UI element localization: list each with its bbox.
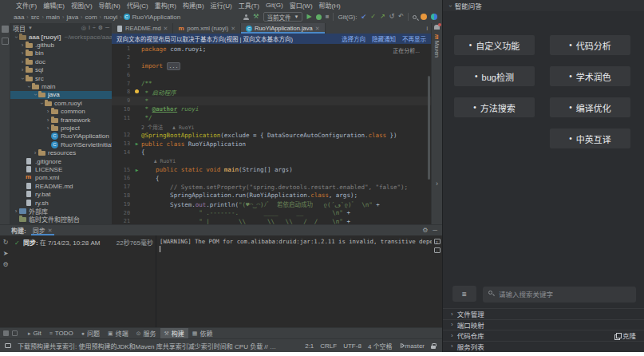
menu-item[interactable]: 文件(F) [13, 1, 40, 10]
menu-item[interactable]: 构建(B) [180, 1, 207, 10]
git-push-icon[interactable]: ↗ [380, 14, 385, 20]
run-button[interactable]: ▶ [306, 14, 311, 20]
tree-item-common[interactable]: ›common [10, 108, 112, 116]
menu-item[interactable]: 工具(T) [235, 1, 263, 10]
collapse-all-icon[interactable]: ÷ [93, 25, 96, 31]
tab-close-icon[interactable]: ✕ [315, 26, 320, 32]
assistant-header[interactable]: › 智能问答 [443, 0, 644, 11]
expand-all-icon[interactable]: I [89, 25, 90, 31]
breadcrumb-item[interactable]: ruoyi [103, 14, 118, 21]
sync-status-label[interactable]: 同步: [23, 239, 38, 247]
tree-item-java[interactable]: ›java [10, 91, 112, 99]
tab-close-icon[interactable]: ✕ [164, 26, 168, 32]
breadcrumb-item[interactable]: aaa [13, 14, 25, 21]
tab-ruoyiapplicationjava[interactable]: RuoYiApplication.java✕ [241, 23, 326, 34]
tree-item-resources[interactable]: ›resources [10, 148, 112, 156]
code-editor[interactable]: 正在分析... 1package com.ruoyi;23import ...6… [112, 44, 431, 224]
locate-file-icon[interactable]: ◎ [81, 25, 86, 31]
menu-item[interactable]: 窗口(W) [286, 1, 316, 10]
version-control-stripe-icon[interactable] [3, 330, 9, 336]
tool-window-构建[interactable]: ⚒构建 [160, 328, 188, 339]
tree-item-license[interactable]: LICENSE [10, 165, 112, 173]
assistant-button-2[interactable]: 代码分析 [550, 35, 630, 55]
stop-button[interactable]: ■ [326, 14, 330, 20]
tree-chevron-icon[interactable]: › [19, 58, 26, 65]
git-rollback-icon[interactable]: ↶ [398, 14, 404, 20]
tree-item-.github[interactable]: ›.github [10, 41, 112, 49]
tool-window-问题[interactable]: ●问题 [77, 328, 104, 339]
git-branch-widget[interactable]: master [399, 342, 425, 350]
tree-chevron-icon[interactable]: › [13, 208, 19, 215]
tree-item-com.ruoyi[interactable]: ›com.ruoyi [10, 99, 112, 107]
assistant-button-4[interactable]: 学术润色 [550, 66, 630, 86]
tree-item-aaaruoyi[interactable]: ›aaa [ruoyi]~/workspace/aaa [10, 33, 112, 41]
status-message[interactable]: 下载预构建共享索引: 使用预构建的JDK和Maven 库共享索引减少索引时间和 … [18, 342, 281, 350]
assistant-button-6[interactable]: 编译优化 [550, 97, 630, 117]
menu-item[interactable]: 代码(C) [124, 1, 152, 10]
info-icon[interactable]: i [426, 26, 428, 31]
expand-panel-chevron-icon[interactable]: › [436, 180, 438, 188]
breadcrumb-item[interactable]: main [45, 14, 61, 21]
section-端口映射[interactable]: ›端口映射 [443, 319, 644, 330]
run-line-icon[interactable]: ▶ [132, 141, 141, 146]
build-log[interactable]: [WARNING] The POM for com.alibaba:druid:… [156, 235, 432, 327]
tool-window-服务[interactable]: ⊙服务 [132, 328, 160, 339]
search-everywhere-icon[interactable] [413, 15, 417, 19]
plugin-orange-icon[interactable] [421, 14, 427, 20]
soft-wrap-icon[interactable]: ≡ [434, 239, 441, 244]
tree-chevron-icon[interactable]: › [45, 117, 51, 124]
tree-chevron-icon[interactable]: › [45, 108, 51, 115]
settings-icon[interactable]: ⚙ [98, 25, 103, 31]
tool-window-依赖[interactable]: ▦依赖 [188, 328, 217, 339]
tree-item-[interactable]: 临时文件和控制台 [10, 216, 112, 223]
plugin-assistant-icon[interactable] [431, 14, 437, 20]
section-代码仓库[interactable]: ›代码仓库克隆 [443, 330, 644, 341]
tree-item-project[interactable]: ›project [10, 124, 112, 132]
maven-tool-button[interactable]: mMaven [434, 34, 440, 57]
menu-item[interactable]: 重构(R) [152, 1, 180, 10]
menu-item[interactable]: 视图(V) [68, 1, 96, 10]
menu-item[interactable]: 编辑(E) [40, 1, 68, 10]
tree-chevron-icon[interactable]: › [45, 125, 51, 132]
hide-panel-icon[interactable]: ─ [105, 25, 109, 31]
caret-position[interactable]: 2:1 [305, 342, 314, 350]
tool-window-todo[interactable]: ≡TODO [45, 328, 77, 339]
run-configuration-select[interactable]: 当前文件▼ [263, 12, 303, 22]
tree-item-ry.sh[interactable]: ry.sh [10, 199, 112, 207]
tree-item-framework[interactable]: ›framework [10, 116, 112, 124]
section-文件管理[interactable]: ›文件管理 [443, 308, 644, 319]
tree-item-doc[interactable]: ›doc [10, 57, 112, 65]
banner-action-hide-notification[interactable]: 隐藏通知 [372, 34, 396, 43]
assistant-menu-button[interactable]: ≡ [452, 286, 476, 302]
tree-item-ruoyiapplication[interactable]: RuoYiApplication [10, 133, 112, 140]
tree-chevron-icon[interactable]: › [19, 66, 26, 73]
build-options-icon[interactable]: ⚙ [2, 261, 8, 268]
menu-item[interactable]: 导航(N) [96, 1, 124, 10]
tool-window-git[interactable]: ▸Git [24, 328, 45, 339]
clone-button[interactable]: 克隆 [614, 330, 636, 340]
menu-item[interactable]: 帮助(H) [316, 1, 344, 10]
section-服务列表[interactable]: ›服务列表 [443, 341, 644, 352]
indent-setting[interactable]: 4 个空格 [368, 342, 393, 350]
debug-button[interactable] [316, 14, 322, 20]
banner-action-dont-show[interactable]: 不再显示 [402, 34, 426, 43]
run-arrow-icon[interactable]: ▶ [136, 140, 139, 146]
assistant-search-input[interactable] [483, 287, 636, 303]
tree-item-sql[interactable]: ›sql [10, 66, 112, 74]
build-tab-sync[interactable]: 同步✕ [31, 225, 54, 235]
tree-item-pom.xml[interactable]: pom.xml [10, 174, 112, 182]
breadcrumb-item[interactable]: com [84, 14, 97, 21]
run-line-icon[interactable]: ▶ [132, 168, 141, 172]
menu-item[interactable]: Git(G) [263, 2, 286, 9]
build-hide-icon[interactable]: ─ [433, 227, 437, 234]
tree-chevron-icon[interactable]: › [32, 149, 38, 156]
tree-chevron-icon[interactable]: › [19, 49, 26, 57]
bookmarks-tool-icon[interactable] [2, 38, 9, 45]
git-commit-icon[interactable]: ✓ [370, 14, 376, 20]
tab-pomxmlruoyi[interactable]: pom.xml (ruoyi)✕ [173, 23, 241, 34]
build-settings-icon[interactable]: ⚙ [422, 227, 428, 234]
user-profile-icon[interactable] [243, 14, 249, 20]
tree-item-src[interactable]: ›src [10, 74, 112, 82]
readonly-lock-icon[interactable] [431, 343, 436, 349]
line-ending[interactable]: CRLF [320, 342, 337, 350]
